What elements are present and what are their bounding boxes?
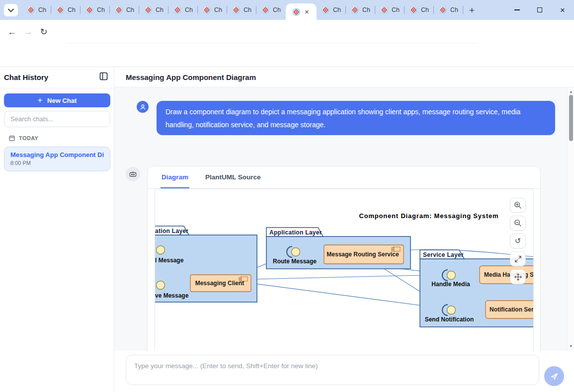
interface-route-message-label: Route Message	[273, 258, 317, 265]
pan-button[interactable]	[510, 269, 526, 284]
browser-tab[interactable]: Ch	[317, 0, 346, 20]
reset-view-button[interactable]: ↺	[510, 234, 526, 248]
browser-tab[interactable]: Ch	[405, 0, 434, 20]
browser-tab[interactable]: Ch	[375, 0, 405, 20]
package-service-label: Service Layer	[423, 251, 464, 258]
tab-strip: ChChChChChChChChCh×ChChChChCh + ×	[0, 0, 574, 20]
send-button[interactable]	[544, 366, 564, 386]
tab-diagram[interactable]: Diagram	[161, 166, 189, 188]
component-message-routing-label: Message Routing Service	[327, 251, 399, 258]
tab-label: Ch	[185, 6, 193, 13]
tab-label: Ch	[38, 6, 46, 13]
minimize-button[interactable]	[505, 0, 528, 20]
browser-tab[interactable]: Ch	[346, 0, 375, 20]
window-close-button[interactable]: ×	[551, 0, 574, 20]
package-application-label: Application Layer	[269, 229, 322, 236]
assistant-response-card: Diagram PlantUML Source Component Diagra…	[147, 166, 541, 351]
browser-tab[interactable]: Ch	[51, 0, 81, 20]
tab-label: Ch	[421, 6, 429, 13]
chat-history-item[interactable]: Messaging App Component Di... 8:00 PM	[4, 147, 110, 171]
back-button[interactable]: ←	[4, 24, 20, 40]
tab-label: Ch	[450, 6, 458, 13]
search-chats-input[interactable]	[4, 111, 110, 127]
diagram-viewport[interactable]: Component Diagram: Messaging System	[155, 189, 534, 351]
forward-button[interactable]: →	[20, 24, 36, 40]
maximize-button[interactable]	[528, 0, 551, 20]
visual-paradigm-favicon	[261, 6, 269, 14]
tab-label: Ch	[273, 6, 281, 13]
tab-label: Ch	[362, 6, 370, 13]
browser-tab[interactable]: Ch	[22, 0, 51, 20]
browser-tab[interactable]: Ch	[434, 0, 463, 20]
main-content: Messaging App Component Diagram Draw a c…	[114, 67, 574, 392]
zoom-out-button[interactable]	[510, 216, 526, 231]
visual-paradigm-favicon	[203, 6, 211, 14]
collapse-sidebar-icon[interactable]	[99, 72, 108, 82]
chat-item-title: Messaging App Component Di...	[10, 151, 104, 158]
visual-paradigm-favicon	[56, 6, 64, 14]
tab-label: Ch	[214, 6, 222, 13]
visual-paradigm-favicon	[232, 6, 240, 14]
interface-send-message-label: l Message	[155, 257, 184, 264]
tab-plantuml-source[interactable]: PlantUML Source	[204, 166, 262, 188]
scrollbar-thumb[interactable]	[569, 95, 573, 141]
visual-paradigm-favicon	[115, 6, 123, 14]
scroll-up-icon[interactable]: ▲	[568, 88, 574, 95]
browser-tab[interactable]: Ch	[110, 0, 139, 20]
browser-toolbar: ← → ↻ ai-toolbox.visual-paradigm.com/app…	[0, 20, 574, 44]
interface-handle-media-label: Handle Media	[431, 281, 470, 288]
tab-search-chevron-icon[interactable]	[4, 4, 18, 16]
diagram-zoom-controls: ↺	[510, 198, 526, 284]
fullscreen-button[interactable]	[510, 251, 526, 266]
new-chat-button[interactable]: + New Chat	[4, 93, 110, 107]
app-header: Chatbot Visual Paradigm AI Assistant for…	[0, 44, 574, 67]
browser-tab[interactable]: Ch	[227, 0, 256, 20]
browser-tab[interactable]: Ch	[168, 0, 198, 20]
browser-tab[interactable]: Ch	[81, 0, 110, 20]
diagram-tab-bar: Diagram PlantUML Source	[148, 166, 540, 189]
new-tab-button[interactable]: +	[465, 3, 479, 17]
chat-item-time: 8:00 PM	[10, 160, 104, 166]
message-input[interactable]	[126, 355, 539, 385]
conversation-titlebar: Messaging App Component Diagram	[114, 67, 574, 87]
component-messaging-client-label: Messaging Client	[195, 280, 245, 287]
package-presentation-label: ation Layer	[155, 228, 188, 235]
component-notification-label: Notification Serv	[490, 306, 534, 313]
visual-paradigm-favicon	[173, 6, 181, 14]
sidebar-title: Chat History	[4, 73, 48, 81]
browser-tab[interactable]: Ch	[256, 0, 286, 20]
visual-paradigm-favicon	[85, 6, 93, 14]
tab-label: Ch	[244, 6, 251, 13]
scroll-down-icon[interactable]: ▼	[568, 343, 574, 350]
tab-label: Ch	[156, 6, 164, 13]
chat-scrollbar[interactable]: ▲ ▼	[567, 87, 574, 351]
tab-label: Ch	[126, 6, 134, 13]
calendar-icon	[9, 135, 15, 141]
user-avatar	[137, 101, 149, 113]
reload-button[interactable]: ↻	[36, 24, 52, 40]
component-media-handling-label: Media Handling Se	[484, 271, 534, 278]
browser-tab-active[interactable]: ×	[286, 3, 317, 20]
visual-paradigm-favicon	[292, 8, 300, 16]
user-message-bubble: Draw a component diagram to depict a mes…	[157, 101, 555, 135]
section-label: TODAY	[19, 135, 38, 141]
browser-tab[interactable]: Ch	[198, 0, 227, 20]
browser-window: ChChChChChChChChCh×ChChChChCh + × ← → ↻ …	[0, 0, 574, 392]
visual-paradigm-favicon	[380, 6, 388, 14]
tab-label: Ch	[333, 6, 341, 13]
window-controls: ×	[505, 0, 574, 20]
uml-diagram-title: Component Diagram: Messaging System	[359, 212, 499, 220]
message-composer	[114, 351, 574, 392]
chat-message-area: Draw a component diagram to depict a mes…	[114, 87, 567, 351]
chat-history-sidebar: Chat History + New Chat TODAY Messaging …	[0, 67, 114, 392]
visual-paradigm-favicon	[322, 6, 329, 14]
interface-receive-message-label: ve Message	[155, 292, 189, 299]
browser-tab[interactable]: Ch	[139, 0, 168, 20]
tab-label: Ch	[68, 6, 76, 13]
tab-close-icon[interactable]: ×	[304, 8, 310, 15]
visual-paradigm-favicon	[410, 6, 417, 14]
tab-list: ChChChChChChChChCh×ChChChChCh	[22, 0, 463, 20]
visual-paradigm-favicon	[351, 6, 359, 14]
zoom-in-button[interactable]	[510, 198, 526, 213]
visual-paradigm-favicon	[439, 6, 447, 14]
